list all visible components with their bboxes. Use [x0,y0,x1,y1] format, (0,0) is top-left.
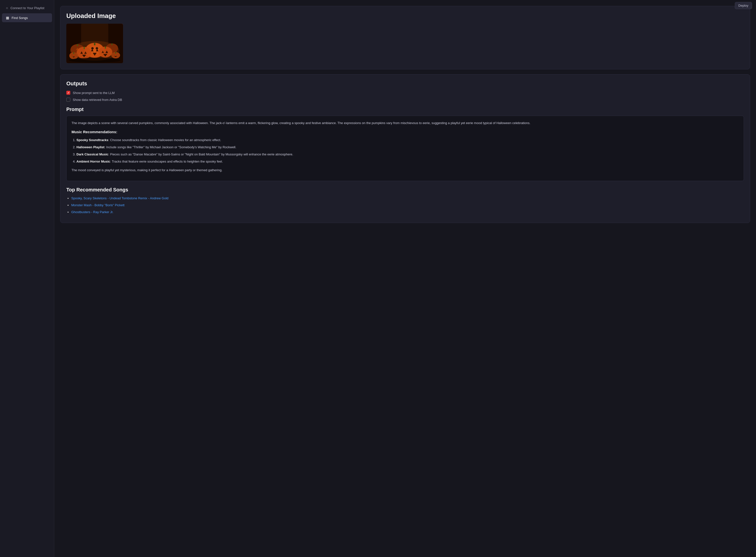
outputs-title: Outputs [66,81,744,87]
rec-bold: Ambient Horror Music [77,159,110,163]
list-item: Halloween Playlist: Include songs like "… [77,145,739,150]
sidebar-item-find-songs[interactable]: ▦ Find Songs [2,13,52,22]
prompt-heading: Prompt [66,107,744,112]
uploaded-image-title: Uploaded Image [66,12,744,20]
outputs-card: Outputs Show prompt sent to the LLM Show… [60,74,750,223]
rec-bold: Spooky Soundtracks [77,138,108,142]
sidebar-item-label: Find Songs [11,16,28,20]
song-link-2[interactable]: Monster Mash - Bobby "Boris" Pickett [71,203,124,207]
svg-point-35 [76,47,92,59]
list-item: Ghostbusters - Ray Parker Jr. [71,210,744,214]
sidebar-item-connect-playlist[interactable]: ○ Connect to Your Playlist [2,3,52,12]
circle-icon: ○ [6,6,8,10]
list-item: Dark Classical Music: Pieces such as "Da… [77,152,739,157]
music-recommendations-list: Spooky Soundtracks: Choose soundtracks f… [71,138,739,164]
checkbox-show-data[interactable]: Show data retrieved from Astra DB [66,98,744,101]
rec-label: Ambient Horror Music: Tracks that featur… [77,159,223,163]
songs-list: Spooky, Scary Skeletons - Undead Tombsto… [66,196,744,214]
list-item: Spooky Soundtracks: Choose soundtracks f… [77,138,739,143]
checkbox-show-data-label: Show data retrieved from Astra DB [73,98,122,101]
music-recs-heading: Music Recommendations: [71,129,739,135]
sidebar-item-label: Connect to Your Playlist [10,6,44,10]
svg-point-37 [69,58,121,63]
checkbox-show-prompt-box[interactable] [66,91,70,95]
rec-label: Spooky Soundtracks: Choose soundtracks f… [77,138,221,142]
song-link-1[interactable]: Spooky, Scary Skeletons - Undead Tombsto… [71,196,169,200]
uploaded-image-card: Uploaded Image [60,6,750,69]
svg-rect-27 [73,52,74,54]
songs-heading: Top Recommended Songs [66,187,744,193]
uploaded-image [66,24,123,63]
rec-bold: Halloween Playlist [77,145,104,149]
checkbox-show-prompt-label: Show prompt sent to the LLM [73,91,115,95]
rec-label: Dark Classical Music: Pieces such as "Da… [77,152,293,156]
svg-rect-31 [115,52,116,54]
svg-rect-7 [112,43,113,45]
checkbox-show-data-box[interactable] [66,98,70,101]
svg-rect-4 [77,44,78,46]
prompt-description: The image depicts a scene with several c… [71,120,739,125]
checkbox-show-prompt[interactable]: Show prompt sent to the LLM [66,91,744,95]
list-item: Monster Mash - Bobby "Boris" Pickett [71,203,744,207]
list-item: Spooky, Scary Skeletons - Undead Tombsto… [71,196,744,200]
top-bar: Deploy [731,0,756,11]
prompt-closing: The mood conveyed is playful yet mysteri… [71,168,739,173]
sidebar: ○ Connect to Your Playlist ▦ Find Songs [0,0,54,557]
svg-point-36 [98,46,113,58]
prompt-box: The image depicts a scene with several c… [66,116,744,181]
rec-label: Halloween Playlist: Include songs like "… [77,145,236,149]
deploy-button[interactable]: Deploy [735,2,752,9]
rec-bold: Dark Classical Music [77,152,108,156]
list-item: Ambient Horror Music: Tracks that featur… [77,159,739,164]
grid-icon: ▦ [6,16,9,20]
song-link-3[interactable]: Ghostbusters - Ray Parker Jr. [71,210,114,214]
main-content: Uploaded Image [54,0,756,557]
